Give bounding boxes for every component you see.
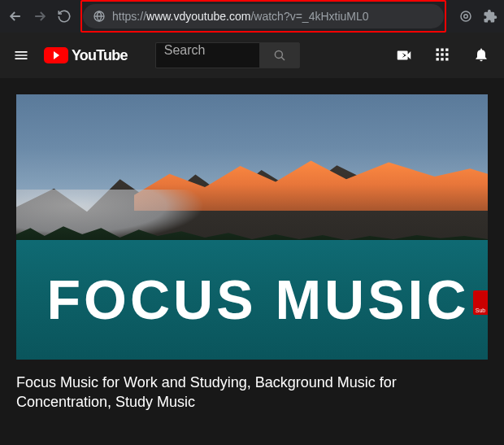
menu-button[interactable]	[13, 47, 29, 63]
svg-rect-6	[437, 49, 439, 51]
url-path: /watch?v=_4kHxtiuML0	[250, 10, 368, 23]
apps-button[interactable]	[434, 46, 452, 64]
video-title: Focus Music for Work and Studying, Backg…	[16, 373, 488, 412]
arrow-right-icon	[32, 8, 48, 24]
reload-button[interactable]	[55, 7, 73, 25]
youtube-play-icon	[44, 47, 68, 63]
globe-icon	[93, 10, 106, 23]
svg-point-1	[461, 11, 471, 21]
header-right	[395, 46, 491, 64]
notifications-button[interactable]	[473, 46, 491, 64]
svg-rect-8	[445, 49, 448, 51]
browser-toolbar: https://www.vdyoutube.com/watch?v=_4kHxt…	[0, 0, 504, 33]
youtube-header: YouTube Search	[0, 33, 504, 78]
create-button[interactable]	[395, 46, 413, 64]
svg-rect-13	[441, 58, 443, 60]
arrow-left-icon	[7, 8, 24, 24]
svg-rect-10	[441, 53, 443, 55]
search-input[interactable]: Search	[155, 42, 259, 68]
thumbnail-text: FOCUS MUSIC	[16, 268, 488, 331]
bell-icon	[473, 46, 489, 63]
url-host: www.vdyoutube.com	[146, 10, 250, 23]
address-bar[interactable]: https://www.vdyoutube.com/watch?v=_4kHxt…	[83, 4, 444, 28]
url-scheme: https://	[112, 10, 146, 23]
search-button[interactable]	[259, 42, 300, 68]
back-button[interactable]	[7, 7, 24, 25]
svg-rect-9	[437, 53, 439, 55]
youtube-logo[interactable]: YouTube	[44, 47, 128, 64]
svg-rect-12	[437, 58, 439, 60]
svg-rect-11	[445, 53, 448, 55]
apps-grid-icon	[434, 46, 450, 63]
video-thumbnail[interactable]: FOCUS MUSIC Sub	[16, 94, 488, 360]
url-display: https://www.vdyoutube.com/watch?v=_4kHxt…	[112, 10, 369, 23]
extensions-puzzle-icon[interactable]	[483, 9, 497, 24]
video-content: FOCUS MUSIC Sub Focus Music for Work and…	[0, 78, 504, 412]
search-icon	[272, 48, 287, 63]
hamburger-icon	[13, 47, 29, 63]
subscribe-badge[interactable]: Sub	[473, 290, 488, 315]
svg-point-2	[464, 15, 468, 19]
svg-point-3	[275, 50, 282, 58]
svg-rect-7	[441, 49, 443, 51]
reload-icon	[57, 9, 72, 24]
extension-icon[interactable]	[458, 9, 473, 24]
youtube-wordmark: YouTube	[72, 47, 128, 64]
search-form: Search	[155, 42, 300, 68]
video-plus-icon	[395, 46, 413, 64]
browser-extensions	[458, 9, 497, 24]
forward-button[interactable]	[31, 7, 49, 25]
svg-rect-14	[445, 58, 448, 60]
svg-rect-5	[402, 54, 403, 57]
